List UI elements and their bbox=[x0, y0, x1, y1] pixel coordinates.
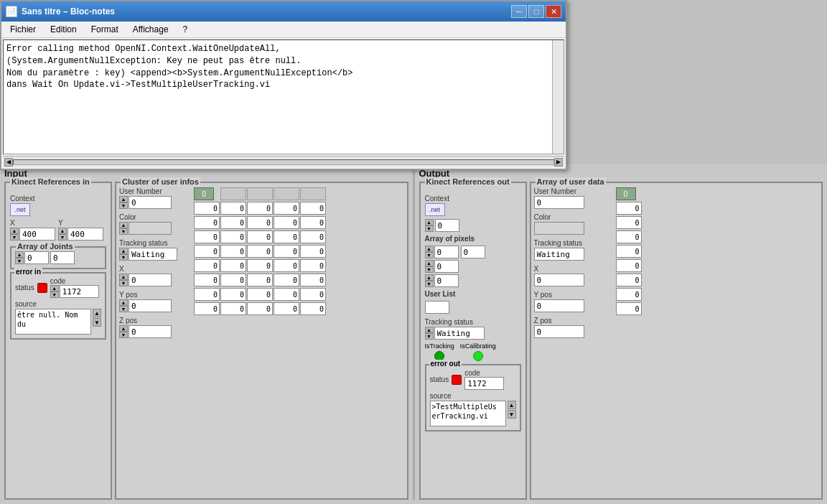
x-spinner[interactable]: ▲ ▼ bbox=[10, 228, 19, 241]
menu-help[interactable]: ? bbox=[177, 23, 194, 36]
tracking-spinner[interactable]: ▲ ▼ bbox=[119, 248, 128, 261]
source-out-up[interactable]: ▲ bbox=[508, 401, 516, 409]
ctx-out-up[interactable]: ▲ bbox=[425, 219, 434, 225]
color-spinner[interactable]: ▲ ▼ bbox=[119, 222, 128, 235]
px2-spinner[interactable]: ▲ ▼ bbox=[425, 260, 434, 273]
x-down[interactable]: ▼ bbox=[10, 234, 19, 241]
maximize-button[interactable]: □ bbox=[528, 5, 544, 18]
cy-up[interactable]: ▲ bbox=[119, 299, 128, 306]
px2-up[interactable]: ▲ bbox=[425, 260, 434, 266]
joints-input-2[interactable] bbox=[50, 251, 75, 264]
cy-down[interactable]: ▼ bbox=[119, 306, 128, 312]
y-input[interactable] bbox=[67, 228, 103, 241]
pixel-input-1[interactable] bbox=[434, 246, 459, 258]
ac-1-2: 0 bbox=[220, 230, 246, 243]
code-out-input[interactable] bbox=[464, 377, 504, 390]
menu-fichier[interactable]: Fichier bbox=[4, 23, 42, 36]
horizontal-scrollbar[interactable]: ◀ ▶ bbox=[3, 156, 564, 167]
source-in-down[interactable]: ▼ bbox=[93, 318, 101, 327]
code-in-down[interactable]: ▼ bbox=[50, 291, 59, 298]
pixel-input-2[interactable] bbox=[434, 260, 459, 273]
vertical-scrollbar[interactable] bbox=[552, 40, 564, 154]
aud-zpos-input[interactable] bbox=[534, 325, 584, 338]
j1-spinner[interactable]: ▲ ▼ bbox=[15, 251, 24, 264]
user-num-spinner[interactable]: ▲ ▼ bbox=[119, 196, 128, 209]
cluster-x-spinner[interactable]: ▲ ▼ bbox=[119, 274, 128, 286]
tracking-down[interactable]: ▼ bbox=[119, 254, 128, 261]
aud-ypos-input[interactable] bbox=[534, 299, 584, 312]
code-in-input[interactable] bbox=[60, 285, 99, 298]
j1-up[interactable]: ▲ bbox=[15, 251, 24, 258]
tracking-up[interactable]: ▲ bbox=[119, 248, 128, 254]
j1-down[interactable]: ▼ bbox=[15, 258, 24, 264]
cx-down[interactable]: ▼ bbox=[119, 280, 128, 286]
color-down[interactable]: ▼ bbox=[119, 228, 128, 235]
color-input[interactable] bbox=[129, 222, 172, 235]
menu-edition[interactable]: Edition bbox=[45, 23, 83, 36]
track-out-up[interactable]: ▲ bbox=[425, 327, 434, 333]
ctx-out-down[interactable]: ▼ bbox=[425, 225, 434, 232]
cluster-ypos-spinner[interactable]: ▲ ▼ bbox=[119, 299, 128, 312]
cluster-x-input[interactable] bbox=[129, 274, 172, 286]
code-in-up[interactable]: ▲ bbox=[50, 285, 59, 291]
hscroll-track[interactable] bbox=[13, 159, 554, 165]
joints-input-1[interactable] bbox=[24, 251, 49, 264]
context-out-spinner[interactable]: ▲ ▼ bbox=[425, 219, 434, 232]
cz-down[interactable]: ▼ bbox=[119, 332, 128, 338]
cz-up[interactable]: ▲ bbox=[119, 325, 128, 332]
scroll-left-button[interactable]: ◀ bbox=[4, 158, 13, 167]
cluster-ypos-group: Y pos ▲ ▼ bbox=[119, 291, 191, 312]
px3-down[interactable]: ▼ bbox=[425, 281, 434, 287]
ac-4-1: 0 bbox=[300, 216, 326, 229]
aud-color-input[interactable] bbox=[534, 222, 584, 235]
user-list-input[interactable] bbox=[425, 301, 449, 314]
aud-x-input[interactable] bbox=[534, 274, 584, 286]
px1-spinner[interactable]: ▲ ▼ bbox=[425, 246, 434, 258]
user-number-input[interactable] bbox=[129, 196, 172, 209]
pixel-ctrl-1: ▲ ▼ bbox=[425, 246, 521, 258]
source-in-text[interactable]: être null. Nom du bbox=[15, 309, 91, 335]
track-out-spinner[interactable]: ▲ ▼ bbox=[425, 327, 434, 340]
user-num-up[interactable]: ▲ bbox=[119, 196, 128, 202]
cluster-ypos-input[interactable] bbox=[129, 299, 172, 312]
aud-user-number-input[interactable] bbox=[534, 196, 584, 209]
cluster-x-label: X bbox=[119, 265, 191, 273]
code-in-spinner[interactable]: ▲ ▼ bbox=[50, 285, 59, 298]
close-button[interactable]: ✕ bbox=[546, 5, 561, 18]
aud-c0-5: 0 bbox=[616, 274, 642, 286]
px2-down[interactable]: ▼ bbox=[425, 266, 434, 273]
aud-tracking-input[interactable] bbox=[534, 248, 584, 261]
notepad-content-area[interactable]: Error calling method OpenNI.Context.Wait… bbox=[3, 39, 564, 154]
y-down[interactable]: ▼ bbox=[58, 234, 67, 241]
context-out-input[interactable] bbox=[435, 219, 459, 232]
source-in-up[interactable]: ▲ bbox=[93, 309, 101, 317]
ac-0-7: 0 bbox=[194, 302, 220, 315]
y-spinner[interactable]: ▲ ▼ bbox=[58, 228, 67, 241]
px3-up[interactable]: ▲ bbox=[425, 274, 434, 281]
px3-spinner[interactable]: ▲ ▼ bbox=[425, 274, 434, 287]
x-up[interactable]: ▲ bbox=[10, 228, 19, 234]
color-up[interactable]: ▲ bbox=[119, 222, 128, 228]
xy-row: X ▲ ▼ Y bbox=[10, 219, 106, 243]
track-out-down[interactable]: ▼ bbox=[425, 333, 434, 340]
y-up[interactable]: ▲ bbox=[58, 228, 67, 234]
cluster-zpos-input[interactable] bbox=[129, 325, 172, 338]
x-input[interactable] bbox=[19, 228, 55, 241]
cluster-zpos-spinner[interactable]: ▲ ▼ bbox=[119, 325, 128, 338]
tracking-indicators: IsTracking IsCalibrating bbox=[425, 342, 521, 361]
pixel-input-1b[interactable] bbox=[461, 246, 485, 258]
px1-down[interactable]: ▼ bbox=[425, 252, 434, 258]
user-num-down[interactable]: ▼ bbox=[119, 202, 128, 209]
array-col-4: 0 0 0 0 0 0 0 0 bbox=[300, 187, 326, 341]
source-out-text[interactable]: >TestMultipleUs erTracking.vi bbox=[430, 401, 506, 426]
cx-up[interactable]: ▲ bbox=[119, 274, 128, 280]
tracking-status-input[interactable] bbox=[129, 248, 177, 261]
source-out-down[interactable]: ▼ bbox=[508, 410, 516, 419]
menu-format[interactable]: Format bbox=[85, 23, 124, 36]
scroll-right-button[interactable]: ▶ bbox=[554, 158, 563, 167]
minimize-button[interactable]: ─ bbox=[511, 5, 527, 18]
tracking-out-input[interactable] bbox=[434, 327, 485, 340]
pixel-input-3[interactable] bbox=[434, 274, 459, 287]
menu-affichage[interactable]: Affichage bbox=[127, 23, 174, 36]
px1-up[interactable]: ▲ bbox=[425, 246, 434, 252]
